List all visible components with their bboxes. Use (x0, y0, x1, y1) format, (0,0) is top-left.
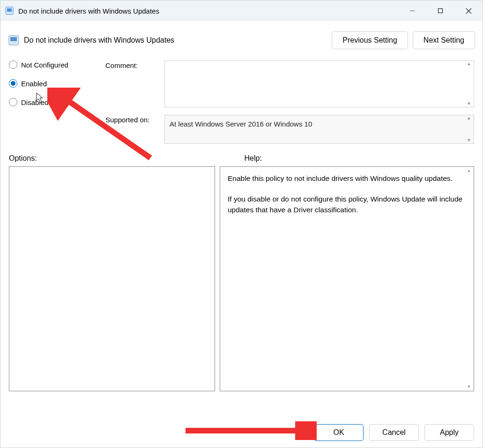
window-title: Do not include drivers with Windows Upda… (18, 7, 159, 15)
setting-icon (8, 35, 19, 46)
radio-label: Enabled (21, 80, 47, 88)
supported-on-label: Supported on: (105, 115, 162, 124)
options-label: Options: (9, 154, 239, 163)
supported-on-value: At least Windows Server 2016 or Windows … (170, 120, 312, 128)
radio-enabled[interactable]: Enabled (9, 79, 103, 88)
svg-rect-1 (7, 8, 12, 12)
help-paragraph: Enable this policy to not include driver… (228, 173, 466, 184)
radio-label: Disabled (21, 98, 48, 106)
scroll-up-icon[interactable]: ▲ (465, 116, 473, 120)
app-icon (5, 7, 14, 15)
help-label: Help: (245, 154, 475, 163)
svg-rect-8 (10, 42, 17, 44)
state-radio-group: Not Configured Enabled Disabled (9, 60, 103, 117)
supported-on-box: At least Windows Server 2016 or Windows … (164, 115, 474, 144)
radio-icon (9, 79, 17, 88)
svg-rect-3 (438, 9, 443, 13)
scroll-down-icon[interactable]: ▼ (465, 138, 473, 142)
cancel-button[interactable]: Cancel (369, 424, 419, 441)
scroll-up-icon[interactable]: ▲ (465, 62, 473, 66)
radio-label: Not Configured (21, 61, 68, 69)
help-paragraph: If you disable or do not configure this … (228, 194, 466, 215)
annotation-arrow-ok (181, 421, 317, 440)
setting-title: Do not include drivers with Windows Upda… (24, 36, 174, 45)
dialog-footer: OK Cancel Apply (314, 424, 474, 441)
options-panel (9, 166, 215, 391)
svg-rect-7 (10, 37, 17, 41)
radio-icon (9, 98, 17, 106)
help-panel: Enable this policy to not include driver… (220, 166, 474, 391)
maximize-button[interactable] (426, 0, 454, 21)
previous-setting-button[interactable]: Previous Setting (332, 31, 408, 49)
policy-editor-window: Do not include drivers with Windows Upda… (0, 0, 483, 448)
radio-disabled[interactable]: Disabled (9, 98, 103, 106)
scroll-down-icon[interactable]: ▼ (465, 384, 473, 390)
minimize-button[interactable] (398, 0, 426, 21)
radio-icon (9, 60, 17, 69)
close-button[interactable] (454, 0, 483, 21)
scroll-down-icon[interactable]: ▼ (465, 102, 473, 106)
setting-header: Do not include drivers with Windows Upda… (0, 21, 483, 49)
ok-button[interactable]: OK (314, 424, 364, 441)
comment-label: Comment: (105, 60, 162, 69)
titlebar: Do not include drivers with Windows Upda… (0, 0, 483, 21)
radio-not-configured[interactable]: Not Configured (9, 60, 103, 69)
comment-textarea[interactable]: ▲ ▼ (164, 60, 474, 107)
scroll-up-icon[interactable]: ▲ (465, 168, 473, 174)
next-setting-button[interactable]: Next Setting (413, 31, 475, 49)
apply-button[interactable]: Apply (424, 424, 474, 441)
